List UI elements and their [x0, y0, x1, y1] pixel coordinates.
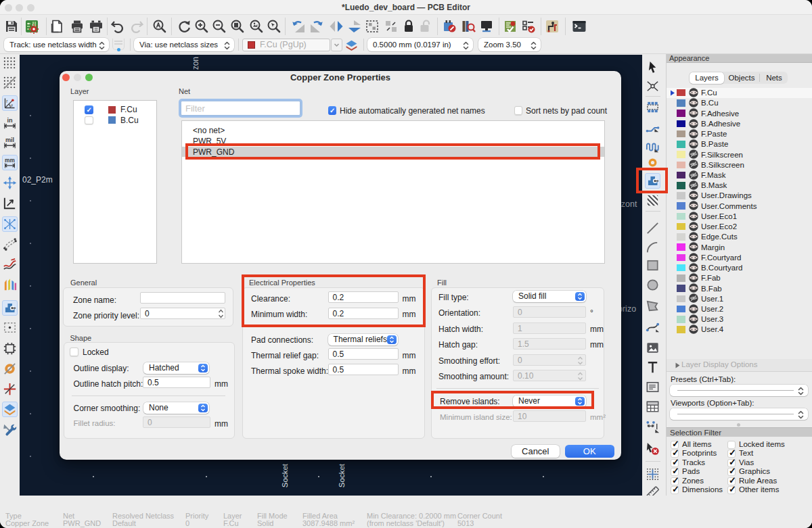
- svg-text:in: in: [7, 117, 12, 124]
- svg-text:θ: θ: [11, 103, 13, 107]
- svg-text:mm: mm: [5, 157, 15, 164]
- svg-text:r: r: [6, 99, 8, 103]
- svg-text:mil: mil: [5, 137, 14, 143]
